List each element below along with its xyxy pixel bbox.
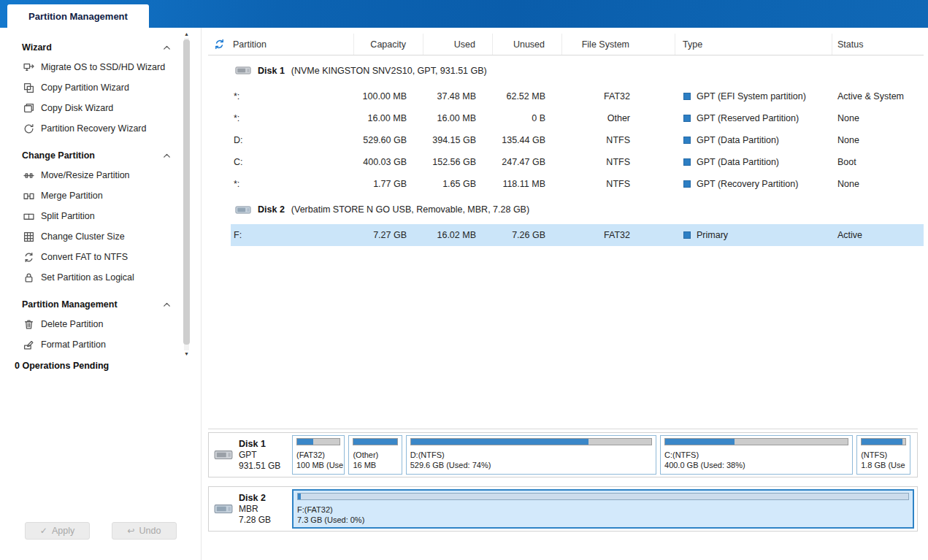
set-logical-icon [23, 272, 34, 283]
tab-title: Partition Management [28, 11, 128, 22]
sidebar-item-change-cluster-size[interactable]: Change Cluster Size [22, 226, 183, 247]
type-cell: GPT (Data Partition) [675, 135, 832, 145]
table-row[interactable]: D: 529.60 GB 394.15 GB 135.44 GB NTFS GP… [231, 129, 924, 151]
section-header-partition-management[interactable]: Partition Management [22, 295, 172, 314]
section-header-change-partition[interactable]: Change Partition [22, 146, 172, 165]
undo-button[interactable]: ↩ Undo [112, 522, 177, 540]
disk-info: (NVMe KINGSTON SNV2S10, GPT, 931.51 GB) [291, 66, 487, 76]
usage-used [298, 494, 301, 499]
column-header-used[interactable]: Used [423, 34, 493, 55]
partition-block-f-selected[interactable]: F:(FAT32) 7.3 GB (Used: 0%) [292, 489, 914, 529]
capacity-cell: 1.77 GB [354, 179, 423, 189]
partition-cell: *: [231, 179, 354, 189]
section-title: Wizard [22, 42, 52, 53]
disk2-map-label: Disk 2 MBR 7.28 GB [209, 487, 289, 531]
disk2-map-row: Disk 2 MBR 7.28 GB F:(FAT32) 7.3 GB (Use… [208, 486, 918, 532]
filesystem-cell: Other [562, 113, 675, 123]
column-header-file-system[interactable]: File System [562, 34, 675, 55]
scroll-down-icon[interactable]: ▼ [183, 350, 191, 358]
disk-map: Disk 1 GPT 931.51 GB (FAT32) 100 MB (Use… [208, 429, 918, 540]
disk1-map-label: Disk 1 GPT 931.51 GB [209, 433, 289, 477]
unused-cell: 0 B [493, 113, 562, 123]
sidebar-item-move-resize[interactable]: Move/Resize Partition [22, 165, 183, 185]
scroll-up-icon[interactable]: ▲ [183, 31, 191, 38]
type-cell: GPT (EFI System partition) [675, 91, 832, 101]
usage-used [411, 439, 589, 445]
status-cell: None [832, 135, 924, 145]
sidebar-item-label: Copy Partition Wizard [41, 83, 129, 93]
sidebar: Wizard Migrate OS to SSD/HD Wizard Copy … [0, 28, 202, 560]
partition-block-efi[interactable]: (FAT32) 100 MB (Use [292, 435, 345, 475]
convert-icon [23, 252, 34, 263]
used-cell: 394.15 GB [423, 135, 493, 145]
sidebar-item-split[interactable]: Split Partition [22, 206, 183, 226]
sidebar-item-convert-fat-ntfs[interactable]: Convert FAT to NTFS [22, 247, 183, 267]
column-header-capacity[interactable]: Capacity [354, 34, 423, 55]
column-header-status[interactable]: Status [832, 34, 924, 55]
sidebar-item-label: Merge Partition [41, 191, 103, 201]
sidebar-item-copy-disk[interactable]: Copy Disk Wizard [22, 98, 183, 118]
column-header-type[interactable]: Type [675, 34, 832, 55]
sidebar-item-set-logical[interactable]: Set Partition as Logical [22, 267, 183, 288]
usage-bar [297, 493, 909, 500]
partition-block-d[interactable]: D:(NTFS) 529.6 GB (Used: 74%) [406, 435, 656, 475]
capacity-cell: 100.00 MB [354, 91, 423, 101]
section-header-wizard[interactable]: Wizard [22, 38, 172, 57]
refresh-button[interactable] [208, 34, 231, 55]
partition-type-icon [683, 93, 691, 100]
partition-block-reserved[interactable]: (Other) 16 MB [348, 435, 402, 475]
scrollbar-thumb[interactable] [183, 39, 190, 345]
apply-button[interactable]: ✓ Apply [25, 522, 90, 540]
disk1-group-row[interactable]: Disk 1 (NVMe KINGSTON SNV2S10, GPT, 931.… [208, 55, 924, 85]
partition-block-recovery[interactable]: (NTFS) 1.8 GB (Use [856, 435, 910, 475]
type-cell: Primary [675, 230, 832, 240]
sidebar-item-migrate-os[interactable]: Migrate OS to SSD/HD Wizard [22, 57, 183, 77]
usage-used [862, 439, 902, 445]
type-cell: GPT (Reserved Partition) [675, 113, 832, 123]
removable-disk-icon [235, 204, 251, 215]
sidebar-item-partition-recovery[interactable]: Partition Recovery Wizard [22, 118, 183, 139]
sidebar-section-wizard: Wizard Migrate OS to SSD/HD Wizard Copy … [22, 38, 201, 139]
unused-cell: 118.11 MB [493, 179, 562, 189]
table-header: Partition Capacity Used Unused File Syst… [208, 34, 924, 55]
tab-partition-management[interactable]: Partition Management [7, 4, 149, 28]
filesystem-cell: NTFS [562, 179, 675, 189]
block-size: 16 MB [353, 460, 397, 470]
disk-name: Disk 1 [239, 439, 280, 450]
sidebar-item-label: Partition Recovery Wizard [41, 123, 147, 134]
status-cell: Active & System [832, 91, 924, 101]
removable-disk-icon [214, 502, 233, 515]
table-row[interactable]: C: 400.03 GB 152.56 GB 247.47 GB NTFS GP… [231, 151, 924, 173]
sidebar-item-label: Move/Resize Partition [41, 170, 130, 180]
disk2-group-row[interactable]: Disk 2 (Verbatim STORE N GO USB, Removab… [208, 195, 924, 224]
unused-cell: 135.44 GB [493, 135, 562, 145]
usage-bar [353, 438, 397, 445]
column-header-partition[interactable]: Partition [231, 34, 354, 55]
sidebar-item-format-partition[interactable]: Format Partition [22, 334, 183, 355]
title-bar: Partition Management [0, 0, 928, 28]
table-row[interactable]: *: 100.00 MB 37.48 MB 62.52 MB FAT32 GPT… [231, 85, 924, 107]
sidebar-item-label: Format Partition [41, 340, 106, 350]
table-row[interactable]: *: 1.77 GB 1.65 GB 118.11 MB NTFS GPT (R… [231, 173, 924, 195]
column-header-unused[interactable]: Unused [493, 34, 562, 55]
sidebar-item-label: Migrate OS to SSD/HD Wizard [41, 62, 165, 72]
type-cell: GPT (Recovery Partition) [675, 179, 832, 189]
status-cell: None [832, 113, 924, 123]
copy-partition-icon [23, 83, 34, 93]
table-row[interactable]: *: 16.00 MB 16.00 MB 0 B Other GPT (Rese… [231, 107, 924, 129]
table-row-selected[interactable]: F: 7.27 GB 16.02 MB 7.26 GB FAT32 Primar… [231, 224, 924, 246]
split-icon [23, 211, 34, 222]
block-label: (NTFS) [861, 450, 906, 460]
capacity-cell: 7.27 GB [354, 230, 423, 240]
disk-icon [214, 448, 233, 461]
sidebar-item-delete-partition[interactable]: Delete Partition [22, 314, 183, 334]
disk2-blocks: F:(FAT32) 7.3 GB (Used: 0%) [289, 487, 917, 531]
sidebar-scrollbar[interactable]: ▲ ▼ [183, 31, 191, 358]
sidebar-item-label: Set Partition as Logical [41, 272, 134, 283]
sidebar-item-copy-partition[interactable]: Copy Partition Wizard [22, 77, 183, 98]
partition-block-c[interactable]: C:(NTFS) 400.0 GB (Used: 38%) [660, 435, 853, 475]
cluster-size-icon [23, 231, 34, 242]
sidebar-item-merge[interactable]: Merge Partition [22, 185, 183, 206]
usage-bar [861, 438, 906, 445]
unused-cell: 62.52 MB [493, 91, 562, 101]
